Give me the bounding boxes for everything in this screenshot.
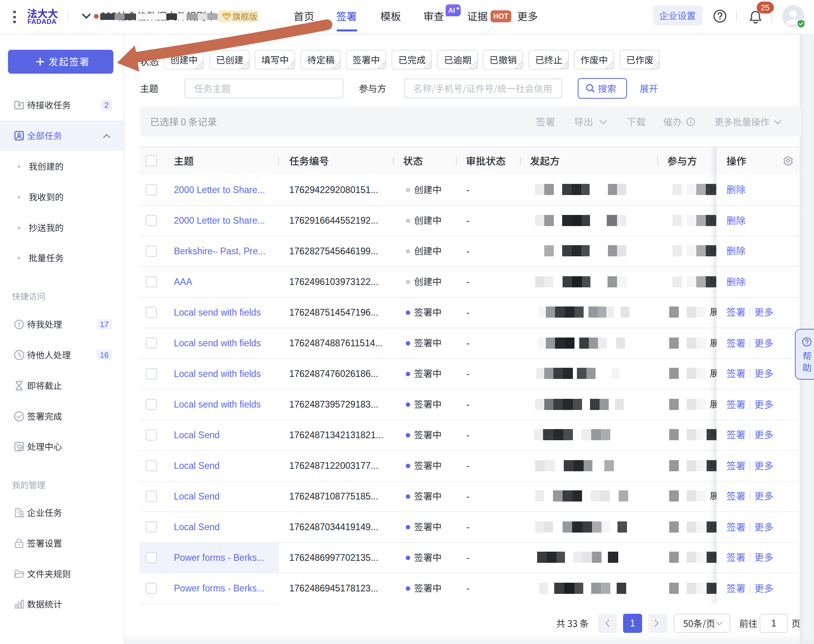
svg-text:AI: AI (448, 7, 455, 14)
